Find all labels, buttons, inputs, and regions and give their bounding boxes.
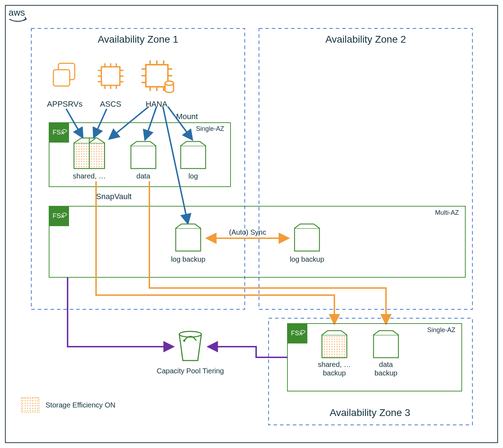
snapvault-label: SnapVault bbox=[96, 192, 132, 201]
tiering-arrow-right bbox=[208, 347, 287, 357]
volume-logbackup-right-icon bbox=[295, 224, 319, 251]
svg-rect-4 bbox=[53, 70, 70, 86]
fsx-single-az3-tag: Single-AZ bbox=[427, 326, 455, 334]
volume-logbackup-left-icon bbox=[176, 224, 201, 251]
aws-logo-text: aws bbox=[9, 7, 25, 18]
svg-rect-46 bbox=[176, 228, 201, 251]
az2-label: Availability Zone 2 bbox=[325, 34, 406, 45]
bucket-label: Capacity Pool Tiering bbox=[157, 367, 224, 375]
fsx-badge-icon: FSx bbox=[49, 123, 69, 143]
appsrv-label: APPSRVs bbox=[47, 100, 83, 108]
svg-point-31 bbox=[165, 81, 174, 85]
aws-cloud-border bbox=[5, 5, 498, 443]
az2-zone bbox=[259, 28, 472, 309]
volume-shared-backup-label1: shared, … bbox=[318, 361, 351, 368]
mount-label: Mount bbox=[176, 112, 198, 121]
aws-logo: aws bbox=[9, 7, 26, 21]
legend-label: Storage Efficiency ON bbox=[46, 401, 115, 409]
ascs-icon bbox=[98, 63, 123, 89]
volume-shared-label: shared, … bbox=[73, 172, 106, 180]
az1-label: Availability Zone 1 bbox=[98, 34, 179, 45]
fsx-multi-az-box bbox=[49, 206, 465, 277]
appsrv-icon bbox=[53, 63, 75, 86]
fsx-multi-az-tag: Multi-AZ bbox=[435, 209, 459, 216]
svg-rect-5 bbox=[101, 67, 120, 85]
bucket-icon bbox=[179, 331, 201, 361]
snapvault-arrow-shared bbox=[96, 181, 334, 324]
legend-swatch bbox=[21, 398, 39, 412]
svg-rect-51 bbox=[374, 335, 398, 358]
hana-icon bbox=[142, 60, 174, 92]
svg-rect-36 bbox=[131, 146, 156, 169]
volume-data-backup-icon bbox=[374, 331, 398, 358]
svg-rect-50 bbox=[322, 335, 347, 358]
volume-shared-icon bbox=[74, 138, 105, 169]
snapvault-arrow-data bbox=[149, 181, 386, 324]
volume-logbackup-right-label: log backup bbox=[290, 255, 324, 263]
fsx-single-az1-tag: Single-AZ bbox=[196, 125, 224, 132]
volume-shared-backup-label2: backup bbox=[323, 369, 346, 377]
auto-sync-label: (Auto) Sync bbox=[229, 228, 266, 236]
fsx-badge-icon: FSx bbox=[287, 324, 307, 343]
svg-rect-37 bbox=[181, 146, 206, 169]
volume-data-backup-label2: backup bbox=[375, 369, 398, 377]
ascs-label: ASCS bbox=[100, 100, 121, 108]
volume-logbackup-left-label: log backup bbox=[171, 255, 206, 263]
fsx-badge-icon: FSx bbox=[49, 206, 69, 226]
svg-rect-47 bbox=[295, 228, 319, 251]
volume-data-icon bbox=[131, 142, 156, 169]
volume-data-backup-label1: data bbox=[379, 361, 393, 368]
volume-log-icon bbox=[181, 142, 206, 169]
architecture-diagram: aws Availability Zone 1 Availability Zon… bbox=[0, 0, 503, 448]
volume-data-label: data bbox=[137, 172, 151, 180]
az3-label: Availability Zone 3 bbox=[330, 407, 411, 418]
volume-shared-backup-icon bbox=[322, 331, 347, 358]
volume-log-label: log bbox=[189, 172, 198, 180]
svg-point-53 bbox=[183, 340, 185, 342]
